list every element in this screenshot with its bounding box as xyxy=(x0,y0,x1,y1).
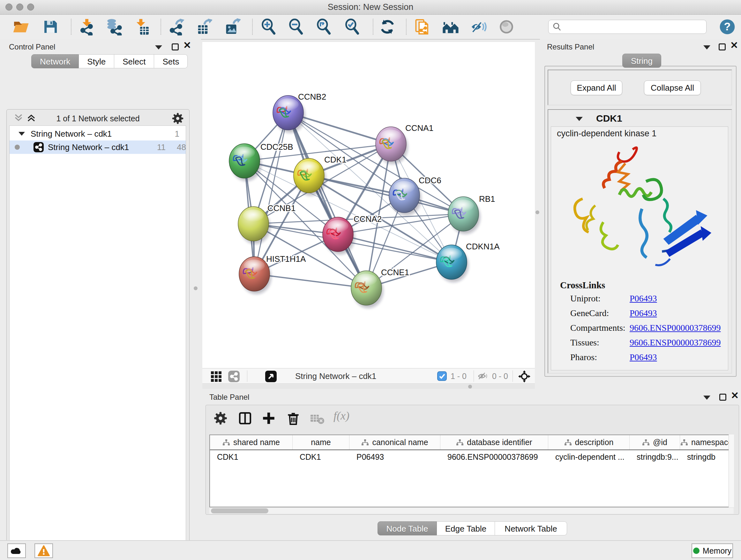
panel-menu-icon[interactable] xyxy=(703,45,711,50)
delete-table-icon[interactable] xyxy=(310,412,325,425)
column-header-name[interactable]: name xyxy=(293,435,349,449)
crosshair-icon[interactable] xyxy=(518,370,531,383)
hide-panels-button[interactable] xyxy=(469,17,488,37)
network-node-CCNA1[interactable] xyxy=(376,127,408,164)
collection-collapse-icon[interactable] xyxy=(18,132,25,136)
column-header-canonical-name[interactable]: canonical name xyxy=(349,435,441,449)
network-node-CDKN1A[interactable] xyxy=(436,245,468,282)
tab-string[interactable]: String xyxy=(622,54,661,68)
birdseye-view-icon[interactable] xyxy=(265,370,277,382)
table-cell[interactable]: stringdb xyxy=(680,450,733,463)
close-panel-icon[interactable]: ✕ xyxy=(731,390,739,401)
horizontal-splitter[interactable] xyxy=(202,384,535,389)
home-button[interactable] xyxy=(441,17,460,37)
crosslink-link[interactable]: 9606.ENSP00000378699 xyxy=(630,337,721,348)
right-splitter-handle[interactable] xyxy=(536,210,539,214)
table-cell[interactable]: CDK1 xyxy=(293,450,349,463)
network-share-gray-icon[interactable] xyxy=(228,370,240,382)
crosslink-link[interactable]: P06493 xyxy=(630,294,657,304)
show-columns-icon[interactable] xyxy=(238,411,253,426)
vertical-scrollbar[interactable] xyxy=(729,435,734,507)
float-panel-icon[interactable] xyxy=(719,394,726,401)
tab-network[interactable]: Network xyxy=(31,54,79,68)
column-header--id[interactable]: @id xyxy=(630,435,680,449)
horizontal-scrollbar[interactable] xyxy=(209,508,734,514)
float-panel-icon[interactable] xyxy=(719,44,726,51)
network-canvas[interactable]: CCNB2CCNA1CDC25BCDK1CDC6RB1CCNB1CCNA2CDK… xyxy=(202,42,535,368)
tab-network-table[interactable]: Network Table xyxy=(495,521,567,536)
gene-collapse-icon[interactable] xyxy=(576,117,583,121)
memory-button[interactable]: Memory xyxy=(691,543,733,558)
save-session-button[interactable] xyxy=(41,17,60,37)
cloud-status-button[interactable] xyxy=(7,543,26,558)
network-collection-row[interactable]: String Network – cdk1 1 xyxy=(10,127,186,140)
network-node-CCNA2[interactable] xyxy=(323,217,355,254)
import-table-file-button[interactable] xyxy=(133,17,151,37)
help-button[interactable]: ? xyxy=(718,17,737,37)
close-panel-icon[interactable]: ✕ xyxy=(183,40,191,51)
column-header-database-identifier[interactable]: database identifier xyxy=(441,435,548,449)
export-network-button[interactable] xyxy=(167,17,185,37)
network-node-CCNE1[interactable] xyxy=(351,271,383,308)
zoom-selected-button[interactable] xyxy=(343,17,361,37)
network-node-CDC6[interactable] xyxy=(389,178,421,215)
tab-sets[interactable]: Sets xyxy=(154,54,188,68)
float-panel-icon[interactable] xyxy=(172,44,179,51)
scrollbar-thumb[interactable] xyxy=(211,508,268,513)
column-header-description[interactable]: description xyxy=(548,435,630,449)
warning-status-button[interactable] xyxy=(35,543,53,558)
add-column-icon[interactable] xyxy=(261,411,276,426)
delete-column-icon[interactable] xyxy=(286,411,300,426)
zoom-in-button[interactable] xyxy=(259,17,278,37)
apply-layout-button[interactable] xyxy=(378,17,397,37)
tab-style[interactable]: Style xyxy=(79,54,114,68)
table-cell[interactable]: CDK1 xyxy=(210,450,293,463)
tab-edge-table[interactable]: Edge Table xyxy=(437,521,495,536)
status-bar: Memory xyxy=(0,540,741,560)
export-image-button[interactable] xyxy=(223,17,241,37)
open-session-button[interactable] xyxy=(11,17,30,37)
string-protein-query-button[interactable] xyxy=(413,17,431,37)
tab-node-table[interactable]: Node Table xyxy=(378,521,437,536)
grid-view-icon[interactable] xyxy=(211,371,222,382)
network-edge-CCNB2-HIST1H1A[interactable] xyxy=(254,113,288,274)
search-field[interactable] xyxy=(548,20,706,34)
network-row[interactable]: String Network – cdk1 11 48 xyxy=(10,140,186,154)
collapse-all-button[interactable]: Collapse All xyxy=(644,80,701,95)
crosslink-link[interactable]: P06493 xyxy=(630,308,657,318)
crosslink-link[interactable]: P06493 xyxy=(630,352,657,362)
table-cell[interactable]: cyclin-dependent ... xyxy=(548,450,630,463)
crosslink-link[interactable]: 9606.ENSP00000378699 xyxy=(630,323,721,333)
zoom-fit-button[interactable] xyxy=(314,17,333,37)
gear-icon[interactable] xyxy=(213,411,228,426)
network-node-RB1[interactable] xyxy=(448,197,480,234)
function-builder-button[interactable]: f(x) xyxy=(333,409,349,422)
column-header-shared-name[interactable]: shared name xyxy=(210,435,293,449)
network-node-CDC25B[interactable] xyxy=(229,144,261,181)
crosslinks-heading: CrossLinks xyxy=(560,280,605,291)
search-input[interactable] xyxy=(561,22,697,32)
table-row[interactable]: CDK1CDK1P064939606.ENSP00000378699cyclin… xyxy=(210,450,733,463)
left-splitter-handle[interactable] xyxy=(194,287,198,290)
hidden-eye-icon[interactable] xyxy=(477,372,488,381)
toolbar-separator xyxy=(252,19,253,35)
import-network-file-button[interactable] xyxy=(77,17,96,37)
panel-menu-icon[interactable] xyxy=(155,45,162,50)
table-cell[interactable]: 9606.ENSP00000378699 xyxy=(441,450,548,463)
selected-checkbox-icon[interactable] xyxy=(437,371,447,381)
zoom-out-button[interactable] xyxy=(286,17,305,37)
close-panel-icon[interactable]: ✕ xyxy=(730,40,738,51)
network-graph[interactable]: CCNB2CCNA1CDC25BCDK1CDC6RB1CCNB1CCNA2CDK… xyxy=(202,42,535,368)
panel-menu-icon[interactable] xyxy=(703,395,711,400)
table-cell[interactable]: stringdb:9... xyxy=(630,450,680,463)
import-network-database-button[interactable] xyxy=(105,17,123,37)
warning-icon xyxy=(37,545,50,557)
show-panels-button[interactable] xyxy=(497,17,516,37)
expand-all-button[interactable]: Expand All xyxy=(570,80,622,95)
network-node-CDK1[interactable] xyxy=(293,159,326,196)
gear-icon[interactable] xyxy=(172,112,184,125)
tab-select[interactable]: Select xyxy=(114,54,154,68)
column-header-namespace[interactable]: namespace xyxy=(680,435,733,449)
export-table-button[interactable] xyxy=(194,17,213,37)
table-cell[interactable]: P06493 xyxy=(349,450,441,463)
